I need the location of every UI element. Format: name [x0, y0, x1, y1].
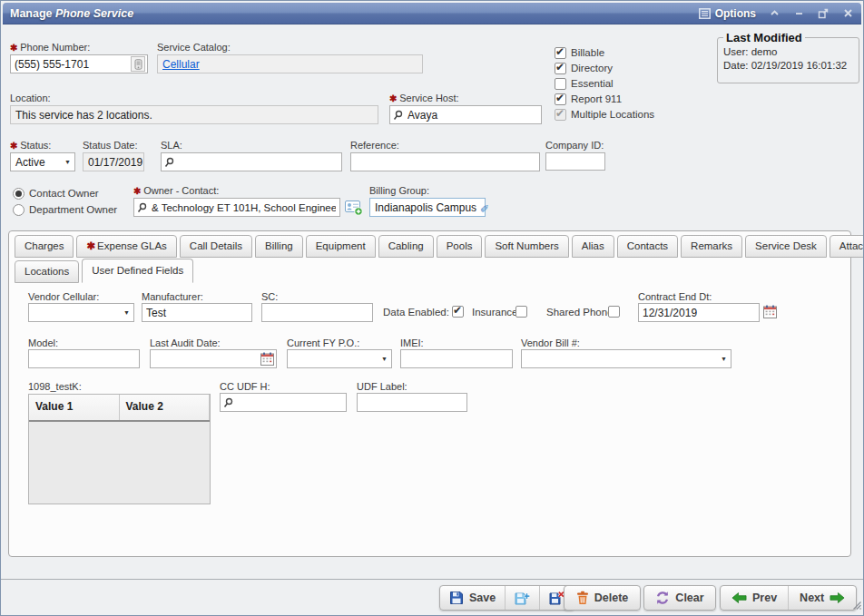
sla-label: SLA:: [161, 140, 182, 151]
contract-end-dt-label: Contract End Dt:: [638, 291, 712, 302]
save-close-icon: [549, 591, 565, 605]
udf-table-label: 1098_testK:: [28, 381, 82, 392]
resize-grip[interactable]: [851, 597, 861, 613]
tab-alias[interactable]: Alias: [572, 235, 614, 258]
imei-input[interactable]: [401, 350, 512, 367]
phone-number-label: Phone Number:: [10, 42, 90, 53]
contact-owner-label: Contact Owner: [29, 188, 99, 199]
service-catalog-link[interactable]: Cellular: [162, 58, 200, 71]
collapse-button[interactable]: [768, 7, 781, 20]
last-audit-date-input[interactable]: [151, 350, 276, 367]
clear-refresh-icon: [655, 591, 670, 605]
last-audit-date-calendar-button[interactable]: [260, 351, 275, 367]
sc-input[interactable]: [262, 304, 372, 321]
popout-icon: [818, 8, 829, 19]
billing-group-field[interactable]: Indianapolis Campus ✎: [369, 198, 486, 217]
vendor-cellular-select[interactable]: ▼: [28, 303, 134, 322]
cc-udf-h-input[interactable]: [221, 394, 346, 411]
tab-call-details[interactable]: Call Details: [180, 235, 252, 258]
directory-checkbox[interactable]: [555, 63, 566, 74]
owner-contact-label: Owner - Contact:: [133, 185, 219, 196]
close-button[interactable]: [841, 7, 854, 20]
phone-number-field: [10, 54, 148, 73]
model-label: Model:: [28, 337, 58, 348]
footer-divider: [1, 579, 864, 580]
edit-pencil-icon: ✎: [480, 202, 489, 213]
tab-billing[interactable]: Billing: [255, 235, 303, 258]
tab-soft-numbers[interactable]: Soft Numbers: [485, 235, 568, 258]
dropdown-caret-icon: ▼: [123, 309, 130, 316]
delete-button[interactable]: Delete: [564, 585, 641, 611]
tab-row-2: LocationsUser Defined Fields: [15, 259, 196, 283]
phone-icon[interactable]: [131, 56, 145, 72]
owner-contact-input[interactable]: [134, 199, 339, 216]
udf-label-input[interactable]: [358, 394, 466, 411]
cc-udf-h-label: CC UDF H:: [220, 381, 270, 392]
model-input[interactable]: [29, 350, 139, 367]
insurance-label: Insurance:: [472, 307, 521, 318]
essential-checkbox[interactable]: [555, 78, 566, 90]
report-911-label: Report 911: [571, 93, 622, 104]
billable-checkbox[interactable]: [555, 47, 566, 59]
reference-input[interactable]: [351, 153, 539, 171]
report-911-checkbox[interactable]: [555, 93, 566, 105]
tab-service-desk[interactable]: Service Desk: [745, 235, 827, 258]
company-id-field: [545, 152, 605, 171]
save-button[interactable]: Save: [440, 586, 506, 610]
service-host-label: Service Host:: [389, 93, 459, 103]
arrow-left-icon: [731, 592, 747, 604]
sc-label: SC:: [261, 291, 278, 302]
contact-owner-radio[interactable]: [13, 188, 25, 200]
vendor-bill-select[interactable]: ▼: [521, 349, 731, 368]
reference-label: Reference:: [350, 140, 399, 151]
udf-table-col-value1[interactable]: Value 1: [29, 395, 120, 420]
owner-contact-field: [133, 198, 340, 217]
location-value: This service has 2 locations.: [15, 109, 152, 122]
sc-field: [261, 303, 373, 322]
data-enabled-checkbox[interactable]: [452, 306, 464, 318]
service-host-input[interactable]: [390, 106, 541, 123]
options-button[interactable]: Options: [699, 7, 756, 20]
sla-input[interactable]: [162, 153, 341, 171]
current-fy-po-select[interactable]: ▼: [287, 349, 392, 368]
view-contact-button[interactable]: [345, 199, 363, 216]
tab-equipment[interactable]: Equipment: [306, 235, 376, 258]
department-owner-radio[interactable]: [13, 204, 25, 216]
cc-udf-h-field: [220, 393, 347, 412]
tab-attachments[interactable]: Attachments: [830, 235, 864, 258]
tab-pools[interactable]: Pools: [437, 235, 483, 258]
service-catalog-field: Cellular: [157, 54, 423, 73]
tab-contacts[interactable]: Contacts: [617, 235, 678, 258]
dropdown-caret-icon: ▼: [721, 356, 727, 362]
shared-phone-checkbox[interactable]: [608, 306, 620, 318]
prev-button[interactable]: Prev: [721, 586, 789, 610]
udf-table-col-value2[interactable]: Value 2: [120, 395, 211, 420]
contract-end-dt-calendar-button[interactable]: [762, 304, 777, 318]
save-and-new-button[interactable]: [506, 586, 540, 610]
tab-cabling[interactable]: Cabling: [378, 235, 434, 258]
tab-user-defined-fields[interactable]: User Defined Fields: [82, 259, 193, 283]
clear-button[interactable]: Clear: [643, 585, 716, 611]
tab-remarks[interactable]: Remarks: [681, 235, 742, 258]
tab-charges[interactable]: Charges: [15, 235, 74, 258]
minimize-button[interactable]: [792, 7, 805, 20]
save-icon: [449, 591, 464, 605]
insurance-checkbox[interactable]: [515, 306, 527, 318]
directory-label: Directory: [571, 63, 613, 73]
status-select[interactable]: Active ▼: [10, 152, 75, 171]
phone-number-input[interactable]: [11, 55, 147, 73]
vendor-cellular-label: Vendor Cellular:: [28, 291, 99, 302]
next-button[interactable]: Next: [789, 586, 856, 610]
billing-group-label: Billing Group:: [369, 185, 429, 196]
title-bar[interactable]: Manage Phone Service Options: [3, 3, 861, 24]
contract-end-dt-input[interactable]: [639, 304, 759, 321]
tab-locations[interactable]: Locations: [15, 260, 79, 283]
manufacturer-input[interactable]: [142, 304, 251, 321]
tab-expense-glas[interactable]: Expense GLAs: [76, 235, 176, 258]
popout-button[interactable]: [817, 7, 830, 20]
save-label: Save: [469, 592, 496, 604]
status-value: Active: [15, 156, 45, 169]
company-id-input[interactable]: [546, 153, 604, 170]
manage-phone-service-window: Manage Phone Service Options Phone Numbe…: [0, 0, 864, 616]
contact-card-add-icon: [345, 200, 363, 216]
